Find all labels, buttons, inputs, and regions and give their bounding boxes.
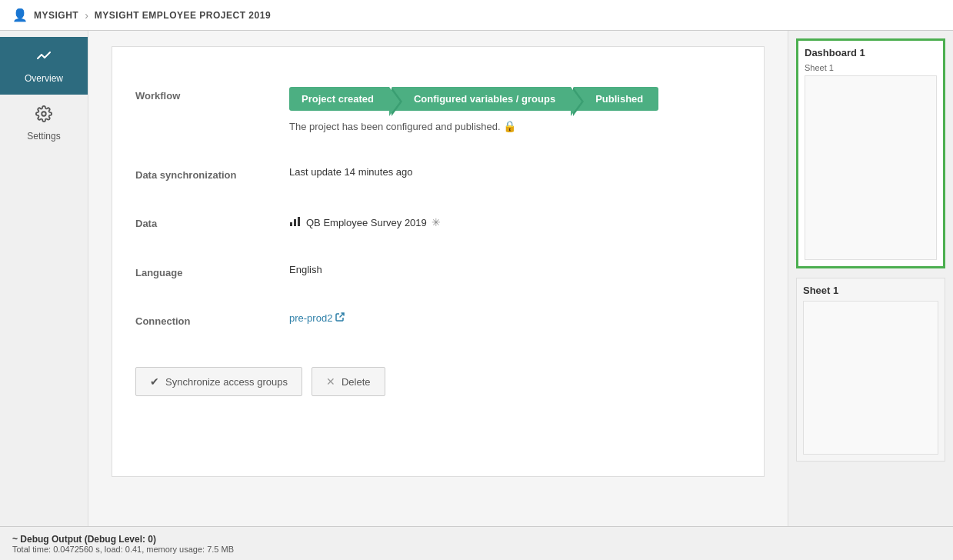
breadcrumb-current: MYSIGHT EMPLOYEE PROJECT 2019 [95, 10, 271, 21]
data-row: Data QB Employee Survey 2019 ✳ [135, 198, 733, 247]
overview-icon [35, 48, 52, 68]
debug-stats: Total time: 0.0472560 s, load: 0.41, mem… [12, 545, 941, 554]
user-icon: 👤 [12, 8, 28, 22]
sheet-label-small: Sheet 1 [805, 63, 937, 72]
published-message: The project has been configured and publ… [289, 120, 733, 132]
connection-row: Connection pre-prod2 [135, 295, 733, 344]
connection-link[interactable]: pre-prod2 [289, 312, 733, 324]
workflow-row: Workflow Project created Configured vari… [135, 70, 733, 149]
data-value: QB Employee Survey 2019 ✳ [289, 215, 733, 230]
sidebar: Overview Settings [0, 31, 88, 526]
workflow-label: Workflow [135, 87, 289, 102]
data-link: QB Employee Survey 2019 ✳ [289, 215, 733, 230]
lock-icon: 🔒 [503, 120, 516, 132]
settings-label: Settings [27, 131, 60, 142]
data-settings-icon[interactable]: ✳ [432, 216, 441, 228]
sheet-preview [805, 75, 937, 260]
workflow-step-created: Project created [289, 87, 389, 111]
main-layout: Overview Settings Workflow Project creat [0, 31, 953, 526]
sheet-card[interactable]: Sheet 1 [796, 278, 945, 462]
svg-rect-1 [290, 222, 292, 226]
debug-title: ~ Debug Output (Debug Level: 0) [12, 534, 941, 545]
dashboard-card[interactable]: Dashboard 1 Sheet 1 [796, 38, 945, 268]
connection-label: Connection [135, 312, 289, 327]
workflow-steps: Project created Configured variables / g… [289, 87, 733, 111]
data-sync-value: Last update 14 minutes ago [289, 166, 733, 178]
sync-button[interactable]: ✔ Synchronize access groups [135, 367, 302, 396]
sheet-title: Sheet 1 [803, 285, 938, 296]
data-label: Data [135, 215, 289, 229]
action-buttons: ✔ Synchronize access groups ✕ Delete [135, 367, 733, 396]
data-sync-row: Data synchronization Last update 14 minu… [135, 149, 733, 198]
sidebar-item-settings[interactable]: Settings [0, 95, 88, 152]
sync-checkmark-icon: ✔ [150, 375, 159, 388]
content-area: Workflow Project created Configured vari… [88, 31, 788, 526]
workflow-step-published: Published [574, 87, 658, 111]
language-row: Language English [135, 247, 733, 295]
sheet-preview2 [803, 301, 938, 455]
sidebar-item-overview[interactable]: Overview [0, 37, 88, 95]
language-value: English [289, 264, 733, 275]
svg-rect-2 [294, 219, 296, 226]
workflow-value: Project created Configured variables / g… [289, 87, 733, 132]
workflow-step-configured: Configured variables / groups [392, 87, 571, 111]
dataset-name: QB Employee Survey 2019 [306, 217, 427, 228]
project-card: Workflow Project created Configured vari… [112, 46, 765, 477]
chart-icon [289, 215, 302, 230]
delete-x-icon: ✕ [326, 375, 335, 388]
top-bar: 👤 MYSIGHT › MYSIGHT EMPLOYEE PROJECT 201… [0, 0, 953, 31]
data-sync-label: Data synchronization [135, 166, 289, 181]
svg-point-0 [42, 112, 46, 116]
settings-icon [35, 105, 52, 126]
dashboard-title: Dashboard 1 [805, 47, 937, 58]
right-panel: Dashboard 1 Sheet 1 Sheet 1 [788, 31, 953, 526]
breadcrumb-separator: › [85, 9, 88, 22]
bottom-bar: ~ Debug Output (Debug Level: 0) Total ti… [0, 526, 953, 560]
language-label: Language [135, 264, 289, 278]
delete-button[interactable]: ✕ Delete [312, 367, 385, 396]
connection-value: pre-prod2 [289, 312, 733, 324]
external-link-icon [335, 312, 345, 324]
overview-label: Overview [25, 73, 63, 84]
svg-rect-3 [298, 217, 300, 226]
breadcrumb-root: MYSIGHT [34, 10, 78, 21]
